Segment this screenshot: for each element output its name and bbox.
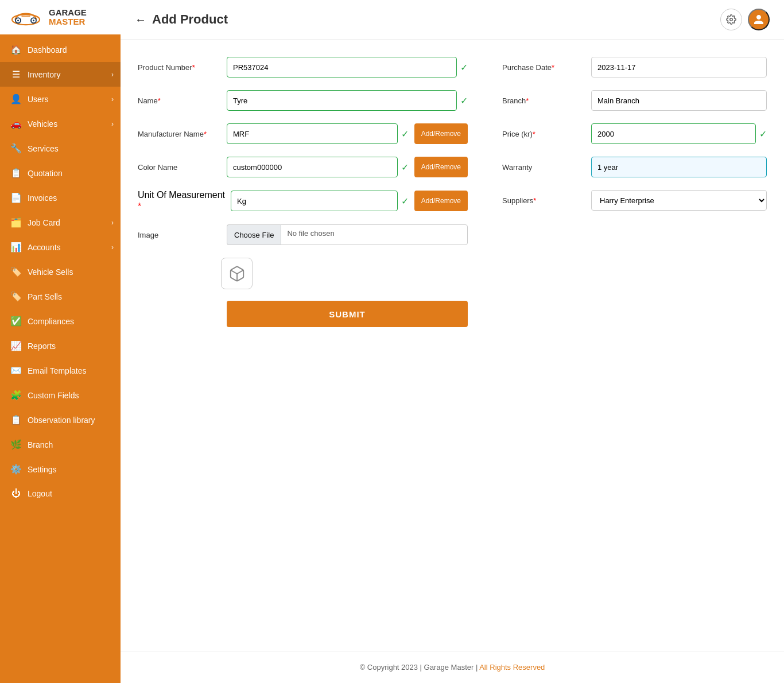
- sidebar-label-vehicle-sells: Vehicle Sells: [28, 267, 73, 277]
- sidebar-label-quotation: Quotation: [28, 169, 63, 178]
- custom-fields-icon: 🧩: [10, 390, 22, 401]
- price-row: Price (kr)* ✓: [502, 123, 767, 144]
- price-label: Price (kr)*: [502, 130, 585, 138]
- logo-garage: GARAGE: [49, 8, 87, 18]
- form-grid: Product Number* ✓ Name* ✓: [138, 57, 767, 327]
- sidebar-item-email-templates[interactable]: ✉️ Email Templates: [0, 358, 121, 383]
- product-number-check-icon: ✓: [460, 62, 468, 73]
- product-number-input[interactable]: [227, 57, 457, 77]
- sidebar-label-email-templates: Email Templates: [28, 366, 86, 375]
- sidebar-label-vehicles: Vehicles: [28, 119, 57, 129]
- sidebar-item-job-card[interactable]: 🗂️ Job Card ›: [0, 210, 121, 235]
- gear-settings-button[interactable]: [720, 9, 742, 30]
- back-button[interactable]: ←: [135, 13, 146, 26]
- suppliers-label: Suppliers*: [502, 196, 585, 205]
- settings-icon: ⚙️: [10, 464, 22, 475]
- unit-add-remove-button[interactable]: Add/Remove: [414, 191, 468, 211]
- sidebar-item-invoices[interactable]: 📄 Invoices: [0, 185, 121, 210]
- chevron-icon: ›: [111, 120, 114, 128]
- price-check-icon: ✓: [759, 129, 767, 139]
- warranty-label: Warranty: [502, 163, 585, 172]
- unit-input-group: ✓: [231, 191, 409, 211]
- color-name-input[interactable]: [227, 157, 398, 177]
- users-icon: 👤: [10, 94, 22, 104]
- suppliers-select[interactable]: Harry Enterprise: [591, 190, 767, 211]
- sidebar-label-services: Services: [28, 144, 59, 153]
- color-name-row: Color Name ✓ Add/Remove: [138, 157, 468, 177]
- svg-point-6: [730, 18, 733, 21]
- unit-of-measurement-input[interactable]: [231, 191, 398, 211]
- unit-of-measurement-row: Unit Of Measurement * ✓ Add/Remove: [138, 190, 468, 212]
- logo-master: MASTER: [49, 17, 87, 27]
- page-title: Add Product: [152, 12, 228, 27]
- name-input[interactable]: [227, 90, 457, 111]
- color-name-label: Color Name: [138, 163, 221, 172]
- manufacturer-input-group: ✓: [227, 123, 409, 144]
- sidebar-item-logout[interactable]: ⏻ Logout: [0, 482, 121, 506]
- sidebar-item-services[interactable]: 🔧 Services: [0, 136, 121, 161]
- home-icon: 🏠: [10, 44, 22, 55]
- branch-row: Branch*: [502, 90, 767, 111]
- image-label: Image: [138, 231, 221, 239]
- unit-check-icon: ✓: [401, 196, 409, 207]
- user-avatar-button[interactable]: [748, 9, 770, 30]
- branch-input[interactable]: [591, 90, 767, 111]
- product-image-placeholder[interactable]: [221, 258, 253, 289]
- color-add-remove-button[interactable]: Add/Remove: [414, 157, 468, 177]
- product-number-label: Product Number*: [138, 63, 221, 72]
- price-input[interactable]: [591, 123, 756, 144]
- sidebar-label-dashboard: Dashboard: [28, 45, 67, 55]
- sidebar-label-settings: Settings: [28, 465, 57, 474]
- warranty-input[interactable]: [591, 157, 767, 177]
- sidebar-item-custom-fields[interactable]: 🧩 Custom Fields: [0, 383, 121, 408]
- sidebar-item-users[interactable]: 👤 Users ›: [0, 87, 121, 111]
- sidebar-item-accounts[interactable]: 📊 Accounts ›: [0, 235, 121, 259]
- sidebar-item-branch[interactable]: 🌿 Branch: [0, 432, 121, 457]
- product-number-row: Product Number* ✓: [138, 57, 468, 77]
- quotation-icon: 📋: [10, 168, 22, 178]
- submit-button[interactable]: SUBMIT: [227, 301, 468, 327]
- manufacturer-name-row: Manufacturer Name* ✓ Add/Remove: [138, 123, 468, 144]
- svg-point-2: [17, 20, 19, 21]
- sidebar-item-vehicles[interactable]: 🚗 Vehicles ›: [0, 111, 121, 136]
- invoices-icon: 📄: [10, 192, 22, 203]
- sidebar-item-observation-library[interactable]: 📋 Observation library: [0, 408, 121, 432]
- name-label: Name*: [138, 96, 221, 105]
- footer: © Copyright 2023 | Garage Master | All R…: [121, 651, 784, 683]
- sidebar-item-inventory[interactable]: ☰ Inventory ›: [0, 62, 121, 87]
- manufacturer-name-label: Manufacturer Name*: [138, 130, 221, 138]
- color-check-icon: ✓: [401, 162, 409, 173]
- reports-icon: 📈: [10, 340, 22, 351]
- color-input-group: ✓: [227, 157, 409, 177]
- manufacturer-add-remove-button[interactable]: Add/Remove: [414, 123, 468, 144]
- sidebar-label-part-sells: Part Sells: [28, 292, 62, 301]
- logo: GARAGE MASTER: [0, 0, 121, 34]
- main-content: ← Add Product: [121, 0, 784, 683]
- chevron-icon: ›: [111, 219, 114, 227]
- sidebar-item-compliances[interactable]: ✅ Compliances: [0, 309, 121, 333]
- sidebar: GARAGE MASTER 🏠 Dashboard ☰ Inventory › …: [0, 0, 121, 683]
- file-name-display: No file chosen: [281, 224, 468, 245]
- footer-rights: All Rights Reserved: [479, 663, 545, 672]
- image-row: Image Choose File No file chosen: [138, 224, 468, 245]
- sidebar-item-dashboard[interactable]: 🏠 Dashboard: [0, 37, 121, 62]
- purchase-date-row: Purchase Date*: [502, 57, 767, 77]
- purchase-date-input[interactable]: [591, 57, 767, 77]
- suppliers-row: Suppliers* Harry Enterprise: [502, 190, 767, 211]
- sidebar-item-settings[interactable]: ⚙️ Settings: [0, 457, 121, 482]
- sidebar-item-reports[interactable]: 📈 Reports: [0, 333, 121, 358]
- form-container: Product Number* ✓ Name* ✓: [121, 40, 784, 651]
- sidebar-item-part-sells[interactable]: 🏷️ Part Sells: [0, 284, 121, 309]
- chevron-icon: ›: [111, 71, 114, 79]
- chevron-icon: ›: [111, 243, 114, 251]
- sidebar-item-vehicle-sells[interactable]: 🏷️ Vehicle Sells: [0, 259, 121, 284]
- header-left: ← Add Product: [135, 12, 228, 27]
- name-row: Name* ✓: [138, 90, 468, 111]
- manufacturer-name-input[interactable]: [227, 123, 398, 144]
- services-icon: 🔧: [10, 143, 22, 154]
- part-sells-icon: 🏷️: [10, 291, 22, 302]
- sidebar-item-quotation[interactable]: 📋 Quotation: [0, 161, 121, 185]
- observation-icon: 📋: [10, 414, 22, 425]
- choose-file-button[interactable]: Choose File: [227, 224, 281, 245]
- sidebar-label-invoices: Invoices: [28, 193, 57, 203]
